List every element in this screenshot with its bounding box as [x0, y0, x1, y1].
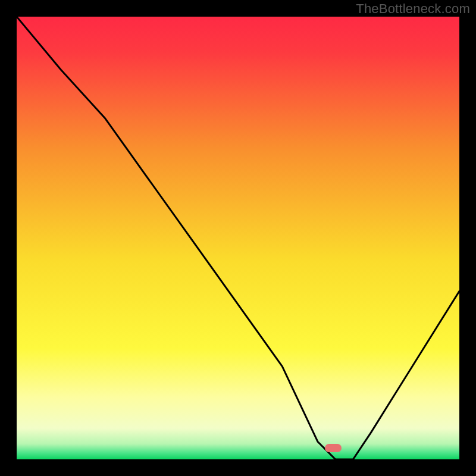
plot-area — [17, 17, 459, 459]
watermark-text: TheBottleneck.com — [356, 1, 470, 17]
chart-frame: TheBottleneck.com — [0, 0, 476, 476]
bottleneck-chart — [17, 17, 459, 459]
optimum-marker — [325, 444, 342, 452]
gradient-background — [17, 17, 459, 459]
